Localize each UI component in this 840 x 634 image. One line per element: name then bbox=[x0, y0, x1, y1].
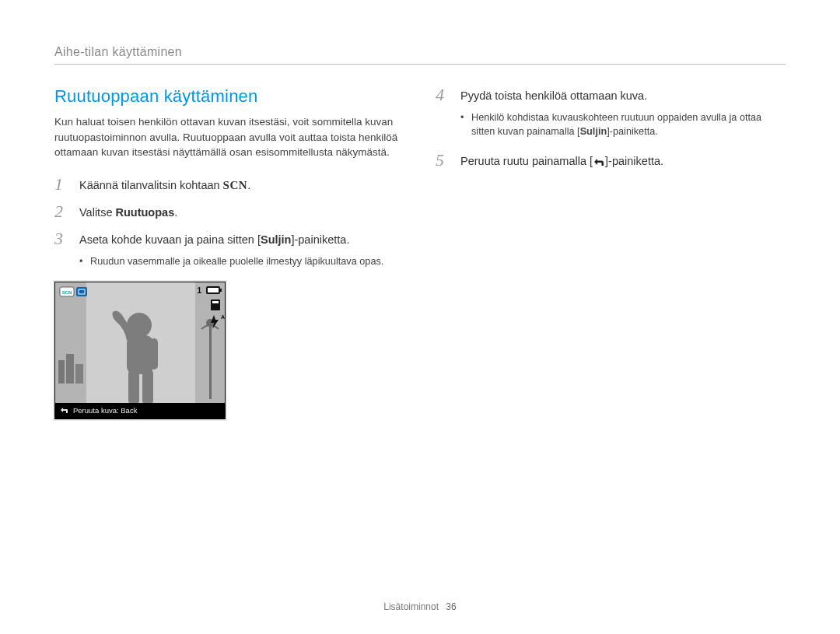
svg-text:SCN: SCN bbox=[62, 290, 72, 295]
svg-rect-10 bbox=[128, 370, 139, 403]
step-text: ]-painiketta. bbox=[605, 155, 663, 167]
step-body: Pyydä toista henkilöä ottamaan kuva. Hen… bbox=[460, 86, 786, 142]
bullet-item: Henkilö kohdistaa kuvauskohteen ruutuun … bbox=[460, 110, 786, 139]
step-text: Käännä tilanvalitsin kohtaan bbox=[79, 179, 223, 191]
svg-rect-6 bbox=[209, 325, 212, 399]
step-text: Valitse bbox=[79, 206, 115, 219]
svg-rect-5 bbox=[75, 364, 83, 384]
svg-rect-3 bbox=[58, 360, 65, 384]
camera-preview-body: SCN 1 bbox=[55, 282, 225, 403]
step-3: 3 Aseta kohde kuvaan ja paina sitten [Su… bbox=[54, 230, 404, 271]
step-body: Aseta kohde kuvaan ja paina sitten [Sulj… bbox=[79, 230, 404, 271]
page-footer: Lisätoiminnot 36 bbox=[0, 601, 840, 612]
camera-caption-text: Peruuta kuva: Back bbox=[73, 406, 137, 415]
scn-mode-label: SCN bbox=[223, 179, 248, 191]
step-5: 5 Peruuta ruutu painamalla []-painiketta… bbox=[436, 152, 786, 171]
step-body: Valitse Ruutuopas. bbox=[79, 203, 404, 221]
step-4: 4 Pyydä toista henkilöä ottamaan kuva. H… bbox=[436, 86, 786, 142]
step-text: Aseta kohde kuvaan ja paina sitten [ bbox=[79, 233, 261, 246]
bullet-text: ]-painiketta. bbox=[607, 126, 658, 137]
step-text: . bbox=[174, 206, 177, 219]
frame-guide-icon bbox=[76, 287, 87, 296]
step-bold: Ruutuopas bbox=[115, 206, 174, 219]
svg-rect-9 bbox=[127, 335, 153, 374]
step-number: 2 bbox=[54, 203, 70, 221]
step-text: Pyydä toista henkilöä ottamaan kuva. bbox=[460, 89, 647, 102]
svg-text:A: A bbox=[221, 314, 225, 320]
manual-page: Aihe-tilan käyttäminen Ruutuoppaan käytt… bbox=[0, 0, 840, 634]
storage-icon bbox=[211, 299, 220, 310]
divider bbox=[54, 64, 786, 65]
return-icon bbox=[60, 407, 68, 414]
breadcrumb: Aihe-tilan käyttäminen bbox=[54, 45, 786, 59]
svg-rect-19 bbox=[208, 288, 219, 292]
camera-caption-bar: Peruuta kuva: Back bbox=[55, 403, 225, 419]
step-bullets: Henkilö kohdistaa kuvauskohteen ruutuun … bbox=[460, 110, 786, 139]
step-1: 1 Käännä tilanvalitsin kohtaan SCN. bbox=[54, 176, 404, 194]
left-column: Ruutuoppaan käyttäminen Kun haluat toise… bbox=[54, 86, 404, 419]
svg-rect-11 bbox=[142, 370, 153, 403]
scn-mode-icon: SCN bbox=[60, 287, 74, 296]
svg-rect-21 bbox=[212, 301, 219, 303]
camera-preview: SCN 1 bbox=[54, 282, 226, 419]
step-2: 2 Valitse Ruutuopas. bbox=[54, 203, 404, 221]
step-number: 5 bbox=[436, 152, 451, 171]
content-columns: Ruutuoppaan käyttäminen Kun haluat toise… bbox=[54, 86, 786, 419]
shots-remaining: 1 bbox=[197, 286, 201, 295]
step-number: 1 bbox=[54, 176, 70, 194]
svg-rect-18 bbox=[220, 289, 222, 292]
preview-illustration: SCN 1 bbox=[55, 282, 225, 403]
step-number: 3 bbox=[54, 230, 70, 271]
footer-page-number: 36 bbox=[446, 601, 456, 612]
svg-rect-1 bbox=[55, 282, 86, 403]
step-bullets: Ruudun vasemmalle ja oikealle puolelle i… bbox=[79, 254, 404, 268]
step-bold: Suljin bbox=[261, 233, 291, 246]
footer-section: Lisätoiminnot bbox=[383, 601, 439, 612]
svg-rect-12 bbox=[150, 338, 158, 370]
section-heading: Ruutuoppaan käyttäminen bbox=[54, 86, 404, 107]
step-text: ]-painiketta. bbox=[291, 233, 349, 246]
intro-paragraph: Kun haluat toisen henkilön ottavan kuvan… bbox=[54, 114, 404, 160]
svg-rect-4 bbox=[66, 354, 74, 384]
bullet-item: Ruudun vasemmalle ja oikealle puolelle i… bbox=[79, 254, 404, 268]
step-text: Peruuta ruutu painamalla [ bbox=[460, 155, 593, 167]
battery-icon bbox=[206, 286, 222, 294]
step-text: . bbox=[247, 179, 250, 191]
step-body: Peruuta ruutu painamalla []-painiketta. bbox=[460, 152, 786, 171]
step-number: 4 bbox=[436, 86, 451, 142]
bullet-bold: Suljin bbox=[580, 126, 607, 137]
right-column: 4 Pyydä toista henkilöä ottamaan kuva. H… bbox=[436, 86, 786, 419]
return-icon bbox=[593, 155, 605, 171]
svg-rect-15 bbox=[76, 287, 87, 296]
step-body: Käännä tilanvalitsin kohtaan SCN. bbox=[79, 176, 404, 194]
